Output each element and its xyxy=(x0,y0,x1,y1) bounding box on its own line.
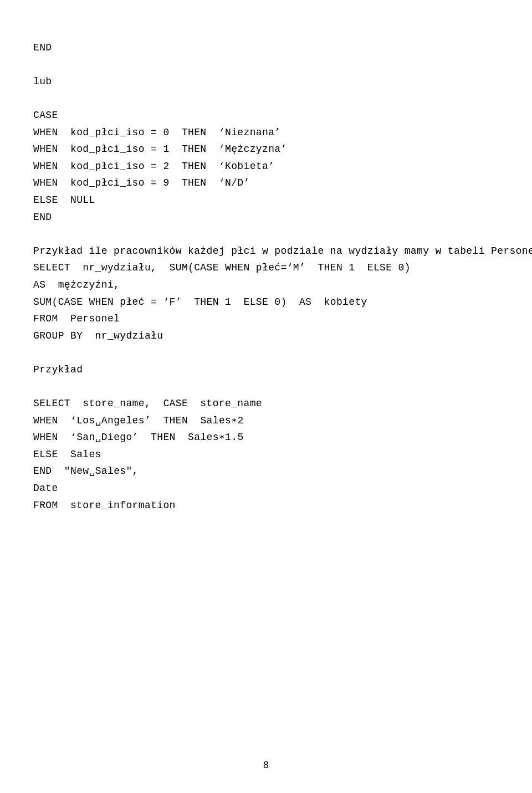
line-when-2: WHEN kod_płci_iso = 2 THEN ‘Kobieta’ xyxy=(33,161,274,172)
line-when-9: WHEN kod_płci_iso = 9 THEN ‘N/D’ xyxy=(33,177,250,188)
line-select-1: SELECT nr_wydziału, SUM(CASE WHEN płeć=‘… xyxy=(33,262,411,273)
line-when-la: WHEN ‘Los␣Angeles’ THEN Sales∗2 xyxy=(33,415,244,426)
line-when-0: WHEN kod_płci_iso = 0 THEN ‘Nieznana’ xyxy=(33,127,280,138)
line-end: END xyxy=(33,42,52,53)
line-else-sales: ELSE Sales xyxy=(33,449,101,460)
line-else-null: ELSE NULL xyxy=(33,195,95,206)
line-lub: lub xyxy=(33,76,52,87)
line-from-store: FROM store_information xyxy=(33,500,176,511)
line-przyklad-2: Przykład xyxy=(33,364,83,375)
line-przyklad-1: Przykład ile pracowników każdej płci w p… xyxy=(33,245,532,257)
line-case: CASE xyxy=(33,110,58,121)
line-when-sd: WHEN ‘San␣Diego’ THEN Sales∗1.5 xyxy=(33,432,244,443)
line-date: Date xyxy=(33,483,58,494)
line-select-store: SELECT store_name, CASE store_name xyxy=(33,398,262,409)
page-content: END lub CASE WHEN kod_płci_iso = 0 THEN … xyxy=(33,22,499,531)
line-as-mezczyzni: AS mężczyźni, xyxy=(33,279,120,290)
line-group-by: GROUP BY nr_wydziału xyxy=(33,330,163,341)
code-block: END lub CASE WHEN kod_płci_iso = 0 THEN … xyxy=(33,22,499,531)
line-from-personel: FROM Personel xyxy=(33,313,120,324)
line-sum-case-f: SUM(CASE WHEN płeć = ‘F’ THEN 1 ELSE 0) … xyxy=(33,296,367,308)
line-end-2: END xyxy=(33,212,52,223)
line-end-new-sales: END "New␣Sales", xyxy=(33,465,139,477)
line-when-1: WHEN kod_płci_iso = 1 THEN ‘Mężczyzna’ xyxy=(33,144,287,155)
page-number: 8 xyxy=(263,760,269,771)
